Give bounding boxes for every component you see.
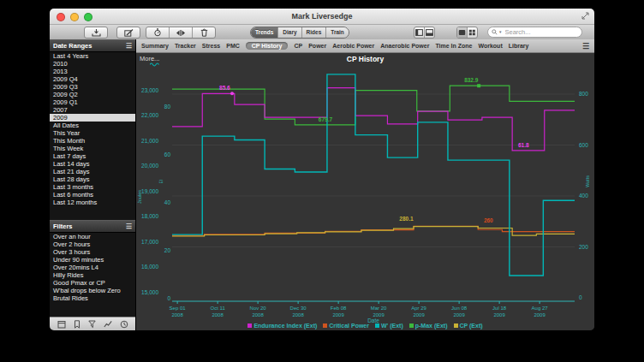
joules-tick-label: 16,000 [141, 264, 158, 270]
sidebar-toggle-button[interactable] [414, 27, 425, 38]
search-icon [492, 29, 498, 35]
tab-aerobic-power[interactable]: Aerobic Power [332, 43, 374, 49]
date-range-all-dates[interactable]: All Dates [50, 122, 135, 129]
data-label-85-6: 85.6 [219, 85, 230, 91]
date-range-last-14-days[interactable]: Last 14 days [50, 160, 135, 168]
stopwatch-button[interactable] [146, 27, 170, 38]
date-range-2009[interactable]: 2009 [50, 114, 135, 122]
date-range-last-3-months[interactable]: Last 3 months [50, 183, 135, 191]
sidebar-bottom-bar [50, 317, 135, 330]
date-ranges-menu-icon[interactable]: ☰ [126, 40, 132, 51]
search-input[interactable] [504, 27, 567, 37]
filter-w-bal-drops-below-zero[interactable]: W'bal drops below Zero [50, 287, 135, 294]
tab-workout[interactable]: Workout [478, 43, 502, 49]
date-range-last-12-months[interactable]: Last 12 months [50, 199, 135, 206]
clock-icon[interactable] [120, 320, 128, 329]
view-tab-rides[interactable]: Rides [302, 27, 327, 38]
x-tick-label: 2009 [534, 312, 546, 317]
date-range-2009-q3[interactable]: 2009 Q3 [50, 83, 135, 91]
x-tick-label: Sep 01 [170, 306, 187, 311]
filter-over-2-hours[interactable]: Over 2 hours [50, 240, 135, 248]
tab-stress[interactable]: Stress [202, 43, 220, 49]
toolbar: TrendsDiaryRidesTrain [50, 25, 594, 40]
filter-hilly-rides[interactable]: Hilly Rides [50, 271, 135, 279]
search-scope-caret[interactable]: ▾ [499, 27, 502, 37]
fullscreen-icon[interactable] [581, 12, 589, 20]
tiled-view-button[interactable] [468, 27, 477, 38]
trash-icon [200, 28, 208, 37]
tab-summary[interactable]: Summary [141, 43, 169, 49]
series-endurance-index-ext [172, 88, 575, 151]
data-label-280-1: 280.1 [399, 216, 414, 222]
date-range-2009-q4[interactable]: 2009 Q4 [50, 75, 135, 83]
delete-activity-button[interactable] [193, 27, 215, 38]
filter-under-90-minutes[interactable]: Under 90 minutes [50, 256, 135, 264]
ei-tick-label: 60 [164, 151, 171, 157]
tab-cp[interactable]: CP [294, 43, 302, 49]
ei-axis-title: EI [158, 180, 164, 184]
date-range-2010[interactable]: 2010 [50, 60, 135, 68]
x-tick-label: Jul 18 [492, 306, 507, 311]
tab-bar-menu-icon[interactable]: ☰ [582, 42, 589, 50]
date-range-this-month[interactable]: This Month [50, 137, 135, 145]
download-activity-button[interactable] [84, 27, 108, 39]
view-switcher: TrendsDiaryRidesTrain [250, 27, 349, 39]
plot-canvas[interactable]: Sep 012008Oct 112008Nov 202008Dec 302008… [136, 53, 594, 330]
legend-label: Critical Power [329, 323, 369, 329]
bottombar-toggle-button[interactable] [425, 27, 434, 38]
date-range-2013[interactable]: 2013 [50, 68, 135, 75]
calendar-icon[interactable] [57, 320, 66, 329]
view-tab-diary[interactable]: Diary [278, 27, 301, 38]
tab-anaerobic-power[interactable]: Anaerobic Power [380, 43, 429, 49]
tab-power[interactable]: Power [308, 43, 326, 49]
date-range-2009-q1[interactable]: 2009 Q1 [50, 98, 135, 106]
legend-item-critical-power: Critical Power [323, 323, 369, 329]
date-range-2007[interactable]: 2007 [50, 106, 135, 114]
bottombar-toggle-icon [426, 29, 433, 36]
minimize-window-button[interactable] [70, 13, 79, 21]
app-window: Mark Liversedge [50, 9, 594, 330]
view-tab-train[interactable]: Train [326, 27, 349, 38]
date-range-last-6-months[interactable]: Last 6 months [50, 191, 135, 199]
data-label-260: 260 [484, 217, 493, 223]
date-ranges-title: Date Ranges [53, 40, 92, 51]
view-tab-trends[interactable]: Trends [251, 27, 278, 38]
sidebar: Date Ranges ☰ Last 4 Years201020132009 Q… [50, 39, 136, 330]
tab-library[interactable]: Library [509, 43, 529, 49]
x-tick-label: 2009 [453, 312, 465, 317]
date-range-last-28-days[interactable]: Last 28 days [50, 175, 135, 183]
date-range-this-year[interactable]: This Year [50, 129, 135, 137]
intervals-icon [176, 29, 186, 37]
filter-good-pmax-or-cp[interactable]: Good Pmax or CP [50, 279, 135, 287]
bookmark-icon[interactable] [74, 320, 80, 329]
tiled-view-icon [468, 29, 476, 36]
date-range-this-week[interactable]: This Week [50, 145, 135, 152]
x-tick-label: Dec 30 [290, 306, 307, 311]
filter-icon[interactable] [88, 320, 96, 329]
window-title: Mark Liversedge [50, 9, 594, 24]
manual-entry-button[interactable] [116, 27, 140, 39]
filter-over-an-hour[interactable]: Over an hour [50, 233, 135, 240]
filters-title: Filters [53, 221, 73, 232]
search-field[interactable]: ▾ [487, 27, 582, 38]
filters-menu-icon[interactable]: ☰ [126, 221, 132, 232]
zoom-window-button[interactable] [84, 13, 92, 21]
tab-cp-history[interactable]: CP History [246, 42, 289, 50]
date-range-last-21-days[interactable]: Last 21 days [50, 168, 135, 175]
ei-tick-label: 40 [164, 199, 171, 205]
single-view-button[interactable] [457, 27, 468, 38]
filter-brutal-rides[interactable]: Brutal Rides [50, 294, 135, 302]
filter-over-20mins-l4[interactable]: Over 20mins L4 [50, 264, 135, 271]
tab-time-in-zone[interactable]: Time In Zone [435, 43, 472, 49]
date-range-last-4-years[interactable]: Last 4 Years [50, 52, 135, 60]
tab-pmc[interactable]: PMC [226, 43, 240, 49]
filter-over-3-hours[interactable]: Over 3 hours [50, 248, 135, 256]
date-range-last-7-days[interactable]: Last 7 days [50, 152, 135, 160]
tab-tracker[interactable]: Tracker [175, 43, 196, 49]
close-window-button[interactable] [57, 13, 65, 21]
chart-icon[interactable] [104, 320, 112, 328]
date-range-2009-q2[interactable]: 2009 Q2 [50, 91, 135, 98]
watts-tick-label: 0 [579, 294, 582, 300]
intervals-button[interactable] [170, 27, 193, 38]
marker-832-9 [477, 84, 480, 87]
